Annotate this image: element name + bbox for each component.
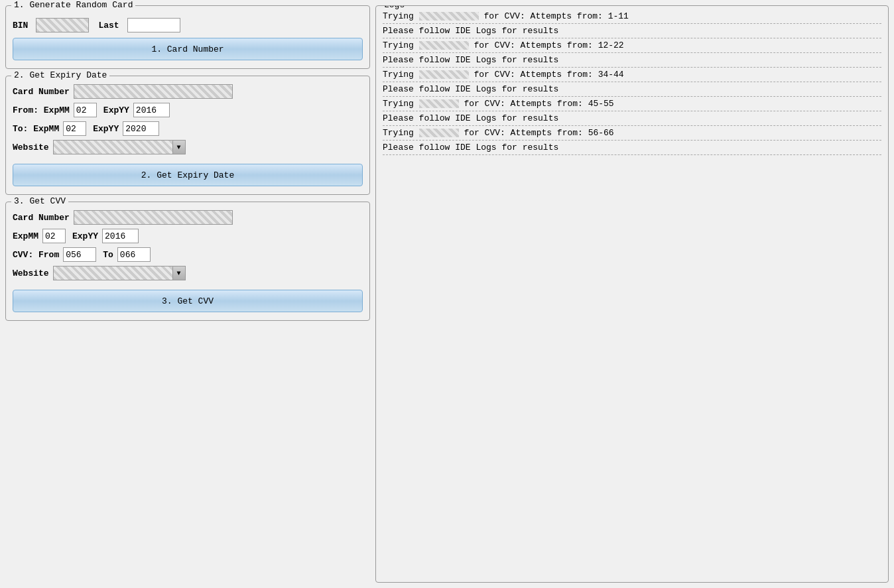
bin-input[interactable] (36, 18, 89, 32)
section2-website-label: Website (13, 143, 49, 152)
log-entry-6: Please follow IDE Logs for results (383, 84, 881, 94)
section3-website-row: Website ▼ (13, 266, 363, 280)
log-divider-9 (383, 140, 881, 141)
section2-from-row: From: ExpMM ExpYY (13, 103, 363, 117)
log-text-4: Please follow IDE Logs for results (383, 55, 558, 65)
to-expmm-label: To: ExpMM (13, 124, 59, 134)
section3-expyy-label: ExpYY (72, 231, 98, 241)
from-expyy-input[interactable] (133, 103, 170, 117)
from-expmm-input[interactable] (74, 103, 97, 117)
section3-cardnumber-label: Card Number (13, 213, 70, 223)
section2-cardnumber-label: Card Number (13, 87, 70, 97)
log-divider-5 (383, 82, 881, 82)
log-text-9: Trying for CVV: Attempts from: 56-66 (383, 128, 614, 138)
log-divider-10 (383, 154, 881, 155)
log-text-7: Trying for CVV: Attempts from: 45-55 (383, 99, 614, 109)
section3-expmm-label: ExpMM (13, 231, 38, 241)
log-text-8: Please follow IDE Logs for results (383, 113, 558, 123)
redacted-3 (419, 41, 469, 50)
log-entry-5: Trying for CVV: Attempts from: 34-44 (383, 70, 881, 80)
main-container: 1. Generate Random Card BIN Last 1. Card… (0, 0, 894, 588)
section3-website-wrapper: ▼ (53, 266, 186, 280)
last-label: Last (98, 21, 119, 30)
section3-cardnumber-row: Card Number (13, 210, 363, 225)
log-divider-3 (383, 52, 881, 53)
generate-card-button[interactable]: 1. Card Number (13, 38, 363, 60)
section3-cardnumber-input[interactable] (74, 210, 233, 225)
log-text-10: Please follow IDE Logs for results (383, 143, 558, 152)
to-expyy-label: ExpYY (93, 124, 119, 134)
log-divider-8 (383, 125, 881, 126)
to-expmm-input[interactable] (63, 121, 86, 136)
section2-cardnumber-input[interactable] (74, 84, 233, 99)
section3-expmm-input[interactable] (42, 229, 66, 243)
section3-cvv-row: CVV: From To (13, 247, 363, 262)
section2-website-select[interactable] (53, 140, 186, 154)
section1-inputs-row: BIN Last (13, 18, 363, 32)
log-divider-7 (383, 111, 881, 111)
section1-group: 1. Generate Random Card BIN Last 1. Card… (5, 5, 370, 69)
bin-label: BIN (13, 21, 28, 30)
left-panel: 1. Generate Random Card BIN Last 1. Card… (5, 5, 370, 583)
log-entry-2: Please follow IDE Logs for results (383, 26, 881, 36)
log-text-5: Trying for CVV: Attempts from: 34-44 (383, 70, 624, 80)
section3-expyy-input[interactable] (102, 229, 139, 243)
section2-title: 2. Get Expiry Date (11, 70, 109, 80)
section2-to-row: To: ExpMM ExpYY (13, 121, 363, 136)
section3-website-label: Website (13, 268, 49, 278)
redacted-5 (419, 70, 469, 79)
log-entry-9: Trying for CVV: Attempts from: 56-66 (383, 128, 881, 138)
log-entry-4: Please follow IDE Logs for results (383, 55, 881, 65)
section3-cvvfrom-input[interactable] (63, 247, 96, 262)
log-divider-4 (383, 67, 881, 68)
section3-website-select[interactable] (53, 266, 186, 280)
redacted-7 (419, 99, 459, 108)
section2-website-row: Website ▼ (13, 140, 363, 154)
log-text-3: Trying for CVV: Attempts from: 12-22 (383, 40, 624, 50)
log-divider-2 (383, 38, 881, 38)
log-text-1: Trying for CVV: Attempts from: 1-11 (383, 11, 629, 21)
section2-cardnumber-row: Card Number (13, 84, 363, 99)
get-cvv-button[interactable]: 3. Get CVV (13, 290, 363, 312)
log-entry-8: Please follow IDE Logs for results (383, 113, 881, 123)
from-expyy-label: ExpYY (103, 105, 129, 115)
log-entry-7: Trying for CVV: Attempts from: 45-55 (383, 99, 881, 109)
redacted-9 (419, 129, 459, 137)
right-panel: Logs Trying for CVV: Attempts from: 1-11… (375, 5, 889, 583)
log-divider-6 (383, 96, 881, 97)
section2-group: 2. Get Expiry Date Card Number From: Exp… (5, 76, 370, 195)
logs-group: Logs Trying for CVV: Attempts from: 1-11… (375, 5, 889, 583)
get-expiry-button[interactable]: 2. Get Expiry Date (13, 164, 363, 186)
section1-title: 1. Generate Random Card (11, 0, 135, 10)
section3-cvvto-input[interactable] (117, 247, 151, 262)
section3-cvvto-label: To (103, 250, 113, 260)
section3-exp-row: ExpMM ExpYY (13, 229, 363, 243)
section2-website-wrapper: ▼ (53, 140, 186, 154)
section3-cvvfrom-label: CVV: From (13, 250, 59, 260)
from-expmm-label: From: ExpMM (13, 105, 70, 115)
logs-title: Logs (381, 5, 407, 10)
to-expyy-input[interactable] (123, 121, 159, 136)
log-divider-1 (383, 23, 881, 24)
redacted-1 (419, 12, 479, 21)
log-entry-1: Trying for CVV: Attempts from: 1-11 (383, 11, 881, 21)
section3-group: 3. Get CVV Card Number ExpMM ExpYY CVV: … (5, 202, 370, 321)
last-input[interactable] (127, 18, 180, 32)
log-text-6: Please follow IDE Logs for results (383, 84, 558, 94)
log-entry-10: Please follow IDE Logs for results (383, 143, 881, 152)
log-entry-3: Trying for CVV: Attempts from: 12-22 (383, 40, 881, 50)
section3-title: 3. Get CVV (11, 196, 68, 206)
log-text-2: Please follow IDE Logs for results (383, 26, 558, 36)
